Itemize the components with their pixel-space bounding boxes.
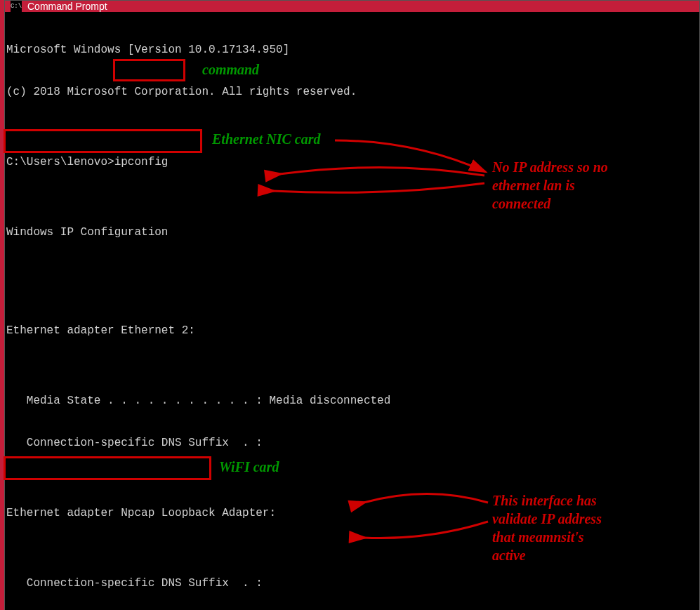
- terminal-output[interactable]: Microsoft Windows [Version 10.0.17134.95…: [5, 12, 699, 610]
- term-line: Microsoft Windows [Version 10.0.17134.95…: [6, 43, 698, 57]
- adapter-header: Ethernet adapter Npcap Loopback Adapter:: [6, 506, 698, 520]
- cmd-icon: C:\: [11, 1, 22, 12]
- window-title: Command Prompt: [27, 1, 107, 12]
- titlebar[interactable]: C:\ Command Prompt: [5, 1, 699, 12]
- term-line: (c) 2018 Microsoft Corporation. All righ…: [6, 85, 698, 99]
- term-line: Windows IP Configuration: [6, 225, 698, 239]
- term-line: Connection-specific DNS Suffix . :: [6, 436, 698, 450]
- command-prompt-window: C:\ Command Prompt Microsoft Windows [Ve…: [4, 0, 700, 610]
- prompt-line: C:\Users\lenovo>ipconfig: [6, 155, 698, 169]
- term-line: Connection-specific DNS Suffix . :: [6, 576, 698, 590]
- adapter-header: Ethernet adapter Ethernet 2:: [6, 324, 698, 338]
- term-line: Media State . . . . . . . . . . . : Medi…: [6, 394, 698, 408]
